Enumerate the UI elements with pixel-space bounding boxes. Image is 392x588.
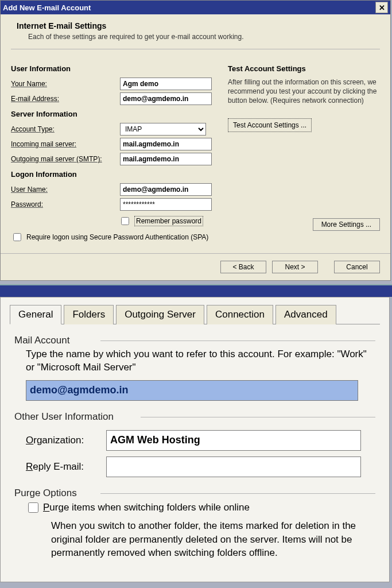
- tab-connection[interactable]: Connection: [207, 305, 273, 324]
- dialog-heading: Internet E-mail Settings: [17, 21, 380, 30]
- test-account-button[interactable]: Test Account Settings ...: [228, 118, 312, 132]
- mailaccount-title: Mail Account: [14, 335, 375, 346]
- tab-advanced[interactable]: Advanced: [275, 305, 336, 324]
- test-desc: After filling out the information on thi…: [228, 78, 380, 106]
- test-heading: Test Account Settings: [228, 64, 380, 73]
- remember-label: Remember password: [134, 216, 203, 226]
- tab-general[interactable]: General: [10, 305, 61, 324]
- reply-email-input[interactable]: [106, 457, 361, 477]
- organization-input[interactable]: [106, 430, 361, 451]
- purge-title: Purge Options: [14, 488, 375, 499]
- accounttype-label: Account Type:: [11, 125, 120, 133]
- mailaccount-name-input[interactable]: [26, 380, 358, 401]
- username-label: User Name:: [11, 185, 120, 194]
- next-button[interactable]: Next >: [272, 261, 318, 273]
- logon-section: Logon Information: [11, 170, 216, 179]
- cancel-button[interactable]: Cancel: [334, 261, 380, 273]
- close-button[interactable]: ✕: [375, 2, 388, 13]
- reply-email-label: Reply E-mail:: [26, 461, 100, 473]
- spa-checkbox[interactable]: [13, 233, 21, 241]
- otheruser-title: Other User Information: [14, 411, 375, 423]
- password-label: Password:: [11, 200, 120, 208]
- dialog-subheading: Each of these settings are required to g…: [28, 33, 380, 41]
- incoming-label: Incoming mail server:: [11, 140, 120, 148]
- userinfo-section: User Information: [11, 64, 216, 73]
- email-input[interactable]: [120, 92, 212, 105]
- outgoing-input[interactable]: [120, 153, 212, 165]
- spa-label: Require logon using Secure Password Auth…: [26, 233, 208, 241]
- close-icon: ✕: [379, 3, 385, 12]
- username-input[interactable]: [120, 183, 212, 196]
- purge-checkbox[interactable]: [28, 502, 38, 513]
- yourname-label: Your Name:: [11, 80, 120, 88]
- tab-outgoing[interactable]: Outgoing Server: [116, 305, 204, 324]
- password-input[interactable]: [120, 198, 212, 211]
- outgoing-label: Outgoing mail server (SMTP):: [11, 155, 120, 163]
- purge-desc: When you switch to another folder, the i…: [51, 519, 368, 560]
- accounttype-select[interactable]: IMAP: [120, 123, 206, 136]
- email-label: E-mail Address:: [11, 95, 120, 103]
- incoming-input[interactable]: [120, 138, 212, 150]
- yourname-input[interactable]: [120, 78, 212, 90]
- remember-checkbox[interactable]: [121, 217, 129, 225]
- more-settings-button[interactable]: More Settings ...: [313, 218, 380, 231]
- titlebar: Add New E-mail Account ✕: [1, 1, 390, 14]
- tab-folders[interactable]: Folders: [64, 305, 114, 324]
- back-button[interactable]: < Back: [220, 261, 266, 273]
- serverinfo-section: Server Information: [11, 110, 216, 118]
- background-bar: [0, 284, 392, 297]
- purge-checkbox-label: Purge items when switching folders while…: [43, 502, 250, 513]
- organization-label: Organization:: [26, 435, 100, 446]
- window-title: Add New E-mail Account: [3, 3, 91, 12]
- mailaccount-desc: Type the name by which you want to refer…: [26, 348, 368, 374]
- settings-tabs: General Folders Outgoing Server Connecti…: [10, 304, 380, 324]
